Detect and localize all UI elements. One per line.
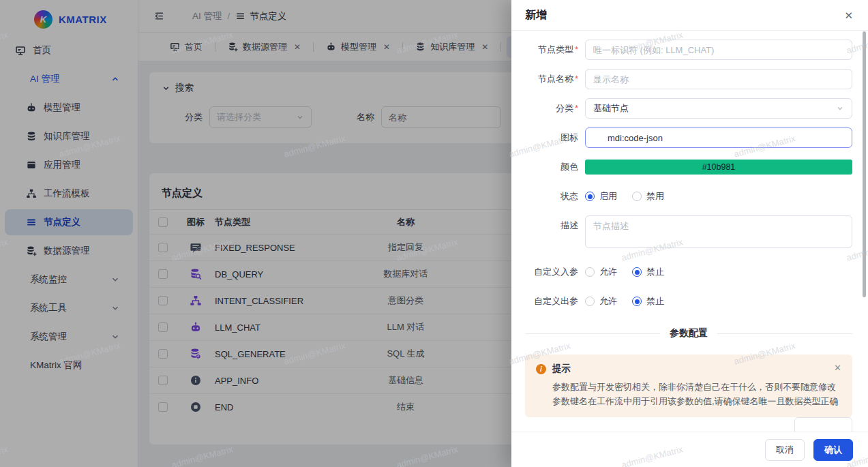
icon-input[interactable] bbox=[585, 127, 852, 148]
drawer-title: 新增 bbox=[525, 8, 547, 22]
drawer-header: 新增 ✕ bbox=[511, 0, 868, 31]
custom-out-allow-radio[interactable]: 允许 bbox=[585, 295, 617, 307]
field-label: 节点类型* bbox=[511, 40, 585, 60]
required-mark: * bbox=[575, 103, 578, 113]
required-mark: * bbox=[575, 74, 578, 84]
cancel-button[interactable]: 取消 bbox=[765, 439, 805, 461]
confirm-button[interactable]: 确认 bbox=[813, 439, 853, 461]
field-custom-input-params: 自定义入参 允许 禁止 bbox=[511, 262, 852, 282]
field-custom-output-params: 自定义出参 允许 禁止 bbox=[511, 291, 852, 312]
radio-icon bbox=[585, 192, 595, 201]
color-picker[interactable]: #10b981 bbox=[585, 160, 852, 175]
field-label: 分类* bbox=[511, 98, 585, 119]
app-root: K KMATRIX 首页 AI 管理 模型管理 知识库管理 应用管理 bbox=[0, 0, 868, 467]
alert-title: 提示 bbox=[552, 363, 571, 375]
alert-line-2: 参数键名在工作流中用于引用该参数的值,请确保键名唯一且数据类型正确 bbox=[552, 394, 841, 408]
params-section-divider: 参数配置 bbox=[525, 327, 852, 340]
custom-in-radio-group: 允许 禁止 bbox=[585, 262, 852, 282]
drawer-footer: 取消 确认 bbox=[511, 432, 868, 467]
field-label: 状态 bbox=[511, 186, 585, 207]
field-label: 图标 bbox=[511, 127, 585, 148]
radio-icon bbox=[632, 267, 642, 277]
status-enabled-radio[interactable]: 启用 bbox=[585, 190, 617, 202]
drawer-body: 节点类型* 节点名称* 分类* 基础节点 图标 bbox=[511, 31, 868, 432]
node-name-input[interactable] bbox=[585, 69, 852, 89]
field-label: 描述 bbox=[511, 215, 585, 236]
field-category: 分类* 基础节点 bbox=[511, 98, 852, 119]
status-radio-group: 启用 禁用 bbox=[585, 186, 852, 207]
custom-out-radio-group: 允许 禁止 bbox=[585, 291, 852, 312]
create-node-drawer: 新增 ✕ 节点类型* 节点名称* 分类* 基础节点 bbox=[511, 0, 868, 467]
required-mark: * bbox=[575, 44, 578, 55]
custom-in-allow-radio[interactable]: 允许 bbox=[585, 266, 617, 278]
category-select-value: 基础节点 bbox=[593, 102, 629, 115]
radio-icon bbox=[632, 297, 642, 306]
field-label: 节点名称* bbox=[511, 69, 585, 89]
radio-icon bbox=[585, 267, 595, 277]
field-icon: 图标 bbox=[511, 127, 852, 148]
field-label: 颜色 bbox=[511, 157, 585, 177]
field-label: 自定义出参 bbox=[511, 291, 585, 312]
params-warning-alert: i 提示 ✕ 参数配置与开发密切相关，除非你清楚自己在干什么，否则不要随意修改 … bbox=[525, 355, 852, 417]
alert-line-1: 参数配置与开发密切相关，除非你清楚自己在干什么，否则不要随意修改 bbox=[552, 380, 841, 394]
field-status: 状态 启用 禁用 bbox=[511, 186, 852, 207]
custom-out-deny-radio[interactable]: 禁止 bbox=[632, 295, 664, 307]
field-node-type: 节点类型* bbox=[511, 40, 852, 60]
node-type-input[interactable] bbox=[585, 40, 852, 60]
chevron-down-icon bbox=[836, 104, 844, 112]
field-node-name: 节点名称* bbox=[511, 69, 852, 89]
field-label: 自定义入参 bbox=[511, 262, 585, 282]
close-icon[interactable]: ✕ bbox=[844, 10, 853, 20]
field-color: 颜色 #10b981 bbox=[511, 157, 852, 177]
params-section-title: 参数配置 bbox=[670, 327, 708, 340]
radio-icon bbox=[585, 297, 595, 306]
alert-body: 参数配置与开发密切相关，除非你清楚自己在干什么，否则不要随意修改 参数键名在工作… bbox=[552, 380, 841, 408]
alert-close-icon[interactable]: ✕ bbox=[834, 363, 841, 372]
field-description: 描述 bbox=[511, 215, 852, 251]
radio-icon bbox=[632, 192, 642, 201]
custom-in-deny-radio[interactable]: 禁止 bbox=[632, 266, 664, 278]
info-icon: i bbox=[536, 364, 546, 374]
drawer-scrollbar[interactable] bbox=[863, 31, 866, 297]
status-disabled-radio[interactable]: 禁用 bbox=[632, 190, 664, 202]
category-select[interactable]: 基础节点 bbox=[585, 98, 852, 119]
description-textarea[interactable] bbox=[585, 215, 852, 248]
